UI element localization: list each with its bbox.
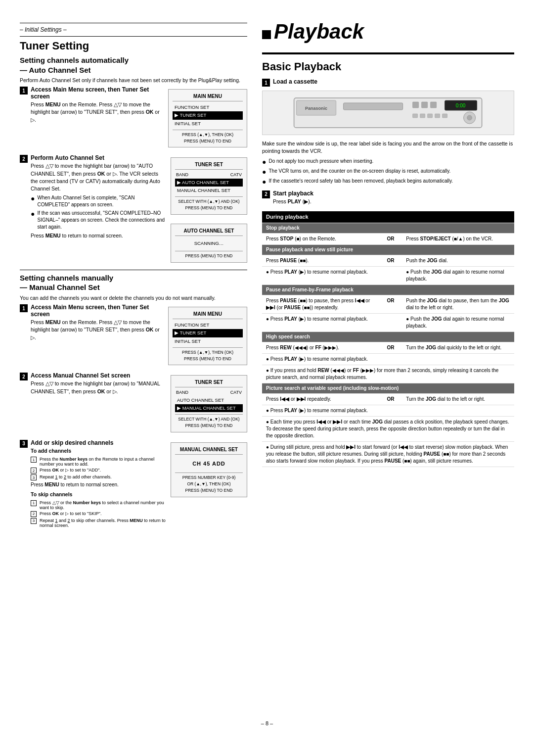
svg-rect-14 (435, 114, 440, 118)
auto-step2-menu1: TUNER SET BAND CATV ▶ AUTO CHANNEL SET M… (171, 157, 247, 215)
high-speed-header-row: High speed search (262, 332, 514, 342)
skip-step3-text: Repeat 1 and 2 to skip other channels. P… (40, 518, 166, 528)
bullet-dot2: ● (31, 210, 35, 231)
svg-point-10 (467, 115, 472, 120)
pause-still-or2 (383, 267, 402, 285)
right-column: Playback Basic Playback 1 Load a cassett… (262, 20, 514, 710)
auto-step2-menu1-item1: ▶ AUTO CHANNEL SET (175, 179, 243, 187)
auto-step1-num: 1 (20, 87, 28, 94)
auto-step2-menu2-title: AUTO CHANNEL SET (175, 227, 243, 236)
frame-left1: Press PAUSE (■■) to pause, then press I◀… (262, 295, 383, 314)
auto-step2-menu1-title: TUNER SET (175, 161, 243, 170)
auto-step2-bullet2-text: If the scan was unsuccessful, "SCAN COMP… (37, 210, 166, 231)
manual-step3-menu-note: PRESS NUMBER KEY (0-9)OR (▲,▼), THEN (OK… (175, 472, 243, 493)
playback-divider (262, 52, 514, 54)
cassette-note1-text: Do not apply too much pressure when inse… (268, 158, 373, 166)
manual-step3-content: Add or skip desired channels To add chan… (31, 439, 247, 529)
playback-step1-num: 1 (262, 79, 270, 87)
svg-rect-4 (413, 102, 419, 108)
auto-step1: 1 Access Main Menu screen, then Tuner Se… (20, 86, 247, 150)
pause-still-right1: Push the JOG dial. (402, 255, 514, 267)
frame-header: Pause and Frame-by-Frame playback (262, 285, 514, 295)
auto-step2-bullet1-text: When Auto Channel Set is complete, "SCAN… (37, 194, 166, 208)
var-speed-header-row: Picture search at variable speed (includ… (262, 383, 514, 394)
manual-step3-menu-title: MANUAL CHANNEL SET (175, 446, 243, 455)
var-speed-row2: ● Press PLAY (▶) to resume normal playba… (262, 405, 514, 417)
add-channels-title: To add channels (31, 447, 166, 455)
auto-step1-text: Access Main Menu screen, then Tuner Set … (31, 86, 163, 126)
auto-step1-content: Access Main Menu screen, then Tuner Set … (31, 86, 247, 150)
auto-step2: 2 Perform Auto Channel Set Press △▽ to m… (20, 154, 247, 266)
manual-step1-menu-item1: FUNCTION SET (173, 321, 243, 329)
manual-step1-menu-note: PRESS (▲,▼), THEN (OK)PRESS (MENU) TO EN… (173, 347, 243, 362)
high-speed-row2: ● Press PLAY (▶) to resume normal playba… (262, 354, 514, 365)
skip-sub-num-2: 2 (31, 511, 37, 517)
auto-step1-menu-note: PRESS (▲,▼), THEN (OK)PRESS (MENU) TO EN… (173, 130, 243, 144)
svg-rect-5 (422, 102, 428, 108)
stop-playback-header-row: Stop playback (262, 223, 514, 234)
bullet-dot-c2: ● (262, 168, 266, 176)
auto-step2-text: Perform Auto Channel Set Press △▽ to mov… (31, 154, 166, 241)
add-step2: 2 Press OK or ▷ to set to "ADD". (31, 468, 166, 473)
playback-step1: 1 Load a cassette (262, 78, 514, 87)
catv-label2: CATV (230, 389, 242, 396)
vcr-svg: Panasonic 0:00 (275, 93, 501, 133)
manual-step2-text: Access Manual Channel Set screen Press △… (31, 372, 166, 397)
manual-step1-text: Access Main Menu screen, then Tuner Set … (31, 304, 163, 343)
playback-step2-title: Start playback (273, 190, 514, 197)
playback-step1-content: Load a cassette (273, 78, 514, 86)
add-footer: Press MENU to return to normal screen. (31, 481, 166, 489)
playback-step2: 2 Start playback Press PLAY (▶). (262, 190, 514, 207)
bullet-dot: ● (31, 194, 35, 208)
pause-still-header-row: Pause playback and view still picture (262, 245, 514, 255)
auto-step2-menu2: AUTO CHANNEL SET SCANNING… PRESS (MENU) … (171, 224, 247, 263)
add-step3-text: Repeat 1 to 2 to add other channels. (40, 474, 112, 479)
manual-step1-num: 1 (20, 304, 28, 312)
cassette-note3-text: If the cassette's record safety tab has … (268, 178, 452, 186)
auto-channel-intro: Perform Auto Channel Set only if channel… (20, 77, 247, 84)
high-speed-right1: Turn the JOG dial quickly to the left or… (402, 342, 514, 354)
catv-label: CATV (230, 172, 242, 179)
auto-step1-menu-item1: FUNCTION SET (173, 103, 243, 111)
playback-step2-num: 2 (262, 190, 270, 198)
frame-row2: ● Press PLAY (▶) to resume normal playba… (262, 314, 514, 332)
playback-title: Playback (274, 20, 364, 44)
playback-black-square (262, 30, 271, 39)
auto-step2-bullet1: ● When Auto Channel Set is complete, "SC… (31, 194, 166, 208)
two-column-layout: – Initial Settings – Tuner Setting Setti… (20, 20, 514, 710)
auto-step2-title: Perform Auto Channel Set (31, 154, 166, 161)
tuner-setting-title: Tuner Setting (20, 40, 247, 52)
svg-rect-15 (443, 114, 447, 118)
auto-step1-menu-item2: ▶ TUNER SET (173, 111, 243, 119)
sub-num-1: 1 (31, 457, 37, 463)
skip-sub-num-1: 1 (31, 500, 37, 506)
manual-step3-inner: Add or skip desired channels To add chan… (31, 439, 247, 529)
manual-step2: 2 Access Manual Channel Set screen Press… (20, 372, 247, 435)
manual-step1-title: Access Main Menu screen, then Tuner Set … (31, 304, 163, 318)
cassette-note2-text: The VCR turns on, and the counter on the… (268, 168, 450, 176)
var-speed-right1: Turn the JOG dial to the left or right. (402, 394, 514, 405)
manual-step1-menu-item2: ▶ TUNER SET (173, 329, 243, 337)
sub-num-2: 2 (31, 468, 37, 473)
auto-step1-menu-item3: INITIAL SET (173, 120, 243, 128)
frame-right2: ● Push the JOG dial again to resume norm… (402, 314, 514, 332)
auto-step2-num: 2 (20, 155, 28, 163)
manual-step3-title: Add or skip desired channels (31, 439, 166, 446)
auto-step2-menu1-item2: MANUAL CHANNEL SET (175, 187, 243, 194)
auto-step2-content: Perform Auto Channel Set Press △▽ to mov… (31, 154, 247, 266)
manual-channel-title: Setting channels manually — Manual Chann… (20, 273, 247, 292)
skip-step3: 3 Repeat 1 and 2 to skip other channels.… (31, 518, 166, 528)
manual-step1-body: Press MENU on the Remote. Press △▽ to mo… (31, 319, 163, 341)
skip-step2: 2 Press OK or ▷ to set to "SKIP". (31, 511, 166, 517)
svg-rect-6 (431, 102, 437, 108)
skip-step2-text: Press OK or ▷ to set to "SKIP". (40, 511, 101, 516)
manual-step2-menu-item1: AUTO CHANNEL SET (175, 396, 243, 404)
playback-step1-title: Load a cassette (273, 78, 514, 85)
high-speed-left1: Press REW (◀◀◀) or FF (▶▶▶). (262, 342, 383, 354)
ch-display: CH 45 ADD (175, 457, 243, 471)
pause-still-row1: Press PAUSE (■■). OR Push the JOG dial. (262, 255, 514, 267)
high-speed-or1: OR (383, 342, 402, 354)
cassette-note1: ● Do not apply too much pressure when in… (262, 158, 514, 166)
stop-left: Press STOP (■) on the Remote. (262, 234, 383, 245)
var-speed-left2: ● Press PLAY (▶) to resume normal playba… (262, 405, 514, 417)
